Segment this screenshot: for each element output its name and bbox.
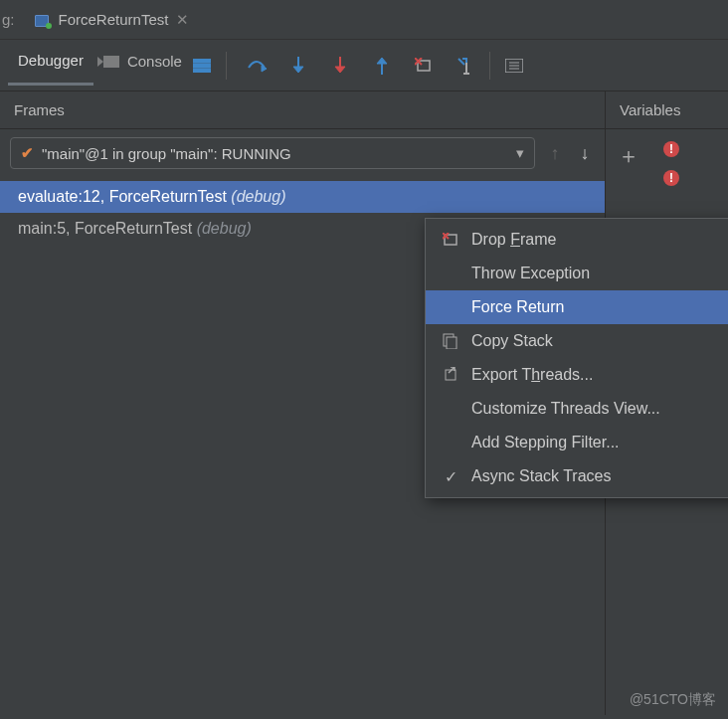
force-step-into-icon[interactable] <box>330 56 350 76</box>
ctx-export-threads[interactable]: Export Threads... <box>426 358 728 392</box>
variables-panel-header[interactable]: Variables <box>605 91 728 128</box>
drop-frame-icon[interactable] <box>414 56 434 76</box>
svg-rect-1 <box>193 64 211 68</box>
frame-text: main:5, ForceReturnTest <box>18 220 197 237</box>
ctx-label: Async Stack Traces <box>471 467 612 485</box>
step-over-icon[interactable] <box>247 56 267 76</box>
chevron-down-icon: ▾ <box>516 144 524 162</box>
watermark: @51CTO博客 <box>630 691 716 709</box>
frame-suffix: (debug) <box>231 188 285 205</box>
ctx-label: Export Threads... <box>471 366 593 384</box>
frame-item-0[interactable]: evaluate:12, ForceReturnTest (debug) <box>0 181 605 213</box>
thread-selector-row: ✔ "main"@1 in group "main": RUNNING ▾ ↑ … <box>0 129 605 181</box>
ctx-label: Force Return <box>471 298 564 316</box>
ctx-label: Copy Stack <box>471 332 553 350</box>
evaluate-expression-icon[interactable] <box>504 56 524 76</box>
copy-icon <box>442 333 459 349</box>
frames-panel-header[interactable]: Frames <box>0 91 605 128</box>
add-watch-button[interactable]: ＋ <box>618 141 639 171</box>
ctx-drop-frame[interactable]: Drop Frame <box>426 223 728 257</box>
tab-debugger-label: Debugger <box>18 52 84 69</box>
tab-debugger[interactable]: Debugger <box>8 46 93 86</box>
tab-console-label: Console <box>127 53 182 70</box>
frame-suffix: (debug) <box>197 220 252 237</box>
ctx-force-return[interactable]: Force Return <box>426 290 728 324</box>
left-truncated-label: g: <box>0 11 21 28</box>
ctx-throw-exception[interactable]: Throw Exception <box>426 257 728 290</box>
check-icon: ✓ <box>442 468 459 484</box>
threads-layout-icon[interactable] <box>192 56 212 76</box>
frame-text: evaluate:12, ForceReturnTest <box>18 188 231 205</box>
debug-toolbar: Debugger Console <box>0 40 728 91</box>
console-icon <box>103 56 119 68</box>
step-into-icon[interactable] <box>288 56 308 76</box>
thread-dropdown[interactable]: ✔ "main"@1 in group "main": RUNNING ▾ <box>10 137 535 169</box>
editor-tabs-row: g: ForceReturnTest ✕ <box>0 0 728 40</box>
toolbar-separator-2 <box>489 52 490 80</box>
close-icon[interactable]: ✕ <box>176 11 189 29</box>
ctx-label: Customize Threads View... <box>471 400 660 418</box>
ctx-label: Add Stepping Filter... <box>471 434 620 451</box>
ctx-customize-threads-view[interactable]: Customize Threads View... <box>426 392 728 426</box>
thread-dropdown-label: "main"@1 in group "main": RUNNING <box>42 145 291 162</box>
frames-context-menu: Drop Frame Throw Exception Force Return … <box>425 218 728 498</box>
step-out-icon[interactable] <box>372 56 392 76</box>
file-tab-forcereturntest[interactable]: ForceReturnTest ✕ <box>21 5 202 35</box>
ctx-add-stepping-filter[interactable]: Add Stepping Filter... <box>426 426 728 459</box>
error-badge-icon: ! <box>663 170 679 186</box>
run-to-cursor-icon[interactable] <box>455 56 475 76</box>
svg-rect-2 <box>193 69 211 73</box>
class-run-icon <box>33 13 51 27</box>
toolbar-separator <box>226 52 227 80</box>
ctx-label: Throw Exception <box>471 265 590 282</box>
ctx-async-stack-traces[interactable]: ✓ Async Stack Traces <box>426 459 728 493</box>
check-icon: ✔ <box>21 144 34 162</box>
svg-rect-19 <box>447 337 456 349</box>
error-badge-icon: ! <box>663 141 679 157</box>
svg-rect-0 <box>193 59 211 63</box>
file-tab-label: ForceReturnTest <box>59 11 169 28</box>
ctx-label: Drop Frame <box>471 231 556 249</box>
export-icon <box>442 367 459 383</box>
ctx-copy-stack[interactable]: Copy Stack <box>426 324 728 358</box>
tab-console[interactable]: Console <box>93 47 192 84</box>
drop-frame-menu-icon <box>442 232 459 248</box>
prev-frame-button: ↑ <box>545 143 565 164</box>
step-buttons-group <box>247 56 475 76</box>
next-frame-button[interactable]: ↓ <box>575 143 595 164</box>
panel-headers: Frames Variables <box>0 91 728 129</box>
